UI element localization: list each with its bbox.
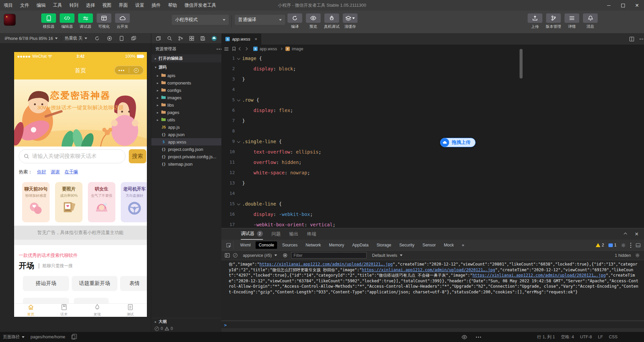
device-select[interactable]: iPhone 6/7/8 Plus 85% 16 xyxy=(5,36,53,41)
menu-项目[interactable]: 项目 xyxy=(0,0,16,11)
device-frame-icon[interactable] xyxy=(119,36,124,41)
tree-item-project.config.json[interactable]: {}project.config.json xyxy=(151,146,222,153)
toolbar-button-预览[interactable]: 预览 xyxy=(306,13,321,29)
record-icon[interactable] xyxy=(107,36,112,41)
console-link[interactable]: https://xinlianai.app1212.com/admin/uplo… xyxy=(259,262,392,267)
debugger-tab-终端[interactable]: 终端 xyxy=(307,228,316,240)
menu-编辑[interactable]: 编辑 xyxy=(33,0,49,11)
hot-link-你好[interactable]: 你好 xyxy=(37,169,46,175)
code-area[interactable]: 1image {2 display: block;3}45.row {6 dis… xyxy=(221,53,644,228)
devtools-tab-Sensor[interactable]: Sensor xyxy=(420,241,439,249)
toolbar-button-可视化[interactable]: 可视化 xyxy=(96,13,112,29)
menu-视图[interactable]: 视图 xyxy=(99,0,115,11)
context-select[interactable]: appservice (#5) xyxy=(241,252,279,259)
toolbar-button-上传[interactable]: 上传 xyxy=(527,13,543,29)
filter-input[interactable] xyxy=(291,252,367,259)
category-card-哄女生[interactable]: 哄女生生气了不要慌 xyxy=(88,182,115,222)
tree-item-components[interactable]: ▸components xyxy=(151,79,222,87)
more-tabs-icon[interactable]: » xyxy=(459,241,467,249)
debugger-tab-输出[interactable]: 输出 xyxy=(289,228,299,240)
toolbar-button-调试器[interactable]: 调试器 xyxy=(78,13,93,29)
debugger-tab-调试器[interactable]: 调试器2 xyxy=(241,228,263,240)
more-icon[interactable]: ••• xyxy=(115,66,129,74)
tree-item-utils[interactable]: ▸utils xyxy=(151,116,222,123)
eol-setting[interactable]: LF xyxy=(595,332,606,342)
preview-eye-icon[interactable] xyxy=(462,335,467,339)
tree-item-sitemap.json[interactable]: {}sitemap.json xyxy=(151,160,222,168)
cloud-sync-icon[interactable] xyxy=(211,36,217,41)
console-settings-gear-icon[interactable] xyxy=(635,253,640,258)
devtools-tab-Storage[interactable]: Storage xyxy=(374,241,394,249)
category-card-要照片[interactable]: 要照片成功率90% xyxy=(55,182,83,222)
tree-item-app.js[interactable]: JSapp.js xyxy=(151,123,222,131)
minimize-button[interactable]: ─ xyxy=(602,0,616,11)
toolbar-button-清缓存[interactable]: 清缓存 xyxy=(342,13,358,29)
devtools-tab-Mock[interactable]: Mock xyxy=(441,241,457,249)
toolbar-button-真机调试[interactable]: 真机调试 xyxy=(324,13,339,29)
toolbar-button-模拟器[interactable]: 模拟器 xyxy=(41,13,56,29)
devtools-tab-Wxml[interactable]: Wxml xyxy=(237,241,254,249)
breadcrumb-node[interactable]: # image xyxy=(285,47,303,51)
close-button[interactable]: ✕ xyxy=(630,0,644,11)
chevron-down-icon[interactable] xyxy=(237,57,240,60)
outline-section[interactable]: ▸大纲 xyxy=(151,318,222,325)
language-mode[interactable]: CSS xyxy=(606,332,621,342)
toolbar-button-详情[interactable]: 详情 xyxy=(564,13,580,29)
category-card-老司机开车[interactable]: 老司机开车方向盘握好 xyxy=(121,182,147,222)
exit-icon[interactable] xyxy=(129,66,143,74)
more-icon[interactable] xyxy=(217,49,218,50)
menu-转到[interactable]: 转到 xyxy=(66,0,82,11)
menu-设置[interactable]: 设置 xyxy=(131,0,148,11)
menu-工具[interactable]: 工具 xyxy=(49,0,66,11)
phone-tab-测试[interactable]: 测试 xyxy=(114,304,147,317)
console-link[interactable]: https://xinlianai.app1212.com/admin/uplo… xyxy=(473,273,606,278)
chip-表情[interactable]: 表情 xyxy=(120,276,147,291)
search-button[interactable]: 搜索 xyxy=(129,149,146,163)
message-badge[interactable]: 1 xyxy=(608,243,616,247)
console-link[interactable]: https://xinlianai.app1212.com/admin/uplo… xyxy=(362,268,495,272)
breadcrumb-file[interactable]: S app.wxss xyxy=(253,47,277,51)
tree-item-pages[interactable]: ▸pages xyxy=(151,109,222,116)
inspect-icon[interactable] xyxy=(224,241,233,249)
category-card-聊天前20句[interactable]: 聊天前20句秒增加好感度 xyxy=(22,182,50,222)
hot-link-谢谢[interactable]: 谢谢 xyxy=(51,169,60,175)
close-panel-icon[interactable]: ✕ xyxy=(635,231,639,237)
devtools-tab-Security[interactable]: Security xyxy=(396,241,417,249)
source-section[interactable]: ▾源码 xyxy=(151,63,222,71)
phone-tab-话术[interactable]: 话术 xyxy=(47,304,80,317)
menu-选择[interactable]: 选择 xyxy=(82,0,99,11)
debugger-tab-问题[interactable]: 问题 xyxy=(272,228,281,240)
tree-item-app.wxss[interactable]: Sapp.wxss xyxy=(151,138,222,146)
page-path-select[interactable]: 页面路径 xyxy=(0,332,28,342)
live-expression-icon[interactable] xyxy=(282,253,288,258)
tree-item-app.json[interactable]: {}app.json xyxy=(151,131,222,138)
tab-app-wxss[interactable]: S app.wxss × xyxy=(221,34,261,45)
save-icon[interactable] xyxy=(200,36,205,41)
pages-icon[interactable] xyxy=(156,36,161,41)
chip-话题重新开场[interactable]: 话题重新开场 xyxy=(72,276,117,291)
restart-icon[interactable] xyxy=(95,36,100,41)
devtools-tab-Sources[interactable]: Sources xyxy=(279,241,301,249)
tree-item-libs[interactable]: ▸libs xyxy=(151,101,222,109)
cursor-position[interactable]: 行 1, 列 1 xyxy=(534,332,558,342)
expand-panel-icon[interactable] xyxy=(624,232,627,236)
devtools-tab-Console[interactable]: Console xyxy=(256,241,277,249)
menu-帮助[interactable]: 帮助 xyxy=(164,0,181,11)
toolbar-button-版本管理[interactable]: 版本管理 xyxy=(546,13,561,29)
console-sidebar-icon[interactable] xyxy=(225,253,230,258)
maximize-button[interactable] xyxy=(616,0,630,11)
search-icon[interactable] xyxy=(167,36,172,41)
kebab-menu-icon[interactable] xyxy=(630,243,631,244)
more-icon[interactable] xyxy=(640,39,641,40)
console-prompt[interactable]: > xyxy=(221,322,644,328)
menu-微信开发者工具[interactable]: 微信开发者工具 xyxy=(181,0,220,11)
mode-select[interactable]: 小程序模式 xyxy=(172,15,229,25)
avatar[interactable] xyxy=(4,14,15,25)
chevron-down-icon[interactable] xyxy=(237,140,240,143)
phone-tab-首页[interactable]: 首页 xyxy=(14,304,47,317)
chip-搭讪开场[interactable]: 搭讪开场 xyxy=(23,276,69,291)
console-log[interactable]: 你","image":"https://xinlianai.app1212.co… xyxy=(221,260,644,321)
hot-link-在干嘛[interactable]: 在干嘛 xyxy=(65,169,78,175)
chevron-down-icon[interactable] xyxy=(237,202,240,206)
indent-setting[interactable]: 空格: 4 xyxy=(558,332,577,342)
